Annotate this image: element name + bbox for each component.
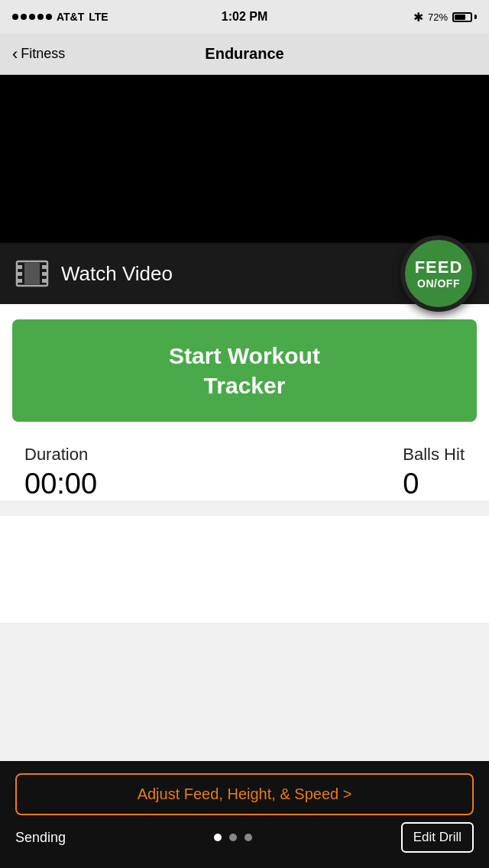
page-dots [214,834,252,841]
balls-hit-label: Balls Hit [403,445,465,465]
signal-dot-2 [21,14,27,20]
back-button[interactable]: ‹ Fitness [12,46,65,63]
balls-hit-stat: Balls Hit 0 [403,445,465,500]
feed-toggle-line2: ON/OFF [417,277,460,290]
adjust-feed-button[interactable]: Adjust Feed, Height, & Speed > [15,773,474,815]
duration-value: 00:00 [24,468,97,500]
signal-dots [12,14,52,20]
video-area [0,75,489,243]
svg-rect-1 [17,265,22,269]
svg-rect-4 [42,265,47,269]
signal-dot-1 [12,14,18,20]
stats-row: Duration 00:00 Balls Hit 0 [12,445,477,500]
status-time: 1:02 PM [222,10,267,24]
battery-tip [474,15,477,19]
film-icon [15,257,49,290]
edit-drill-label: Edit Drill [413,830,461,844]
status-right: ✱ 72% [413,10,477,24]
signal-dot-3 [29,14,35,20]
status-left: AT&T LTE [12,11,108,23]
page-dot-1 [214,834,222,841]
battery-fill [455,15,465,20]
adjust-feed-label: Adjust Feed, Height, & Speed > [138,785,352,802]
back-chevron-icon: ‹ [12,46,18,63]
bottom-bar: Adjust Feed, Height, & Speed > Sending E… [0,761,489,868]
feed-toggle-line1: FEED [415,257,463,277]
feed-toggle-button[interactable]: FEED ON/OFF [400,235,477,312]
duration-stat: Duration 00:00 [24,445,97,500]
svg-rect-2 [17,272,22,276]
page-dot-2 [229,834,237,841]
balls-hit-value: 0 [403,468,465,500]
signal-dot-5 [46,14,52,20]
watch-video-label: Watch Video [61,262,173,286]
battery-icon [452,12,477,22]
carrier-label: AT&T [57,11,84,23]
svg-rect-6 [42,279,47,283]
network-label: LTE [89,11,108,23]
status-bar: AT&T LTE 1:02 PM ✱ 72% [0,0,489,34]
nav-bar: ‹ Fitness Endurance [0,34,489,75]
signal-dot-4 [37,14,44,20]
svg-rect-3 [17,279,22,283]
battery-body [452,12,472,22]
start-workout-label: Start WorkoutTracker [28,341,461,400]
page-title: Endurance [205,45,283,63]
back-label: Fitness [21,46,65,62]
bluetooth-icon: ✱ [413,10,423,24]
page-dot-3 [244,834,252,841]
duration-label: Duration [24,445,97,465]
start-workout-button[interactable]: Start WorkoutTracker [12,319,477,422]
bottom-footer: Sending Edit Drill [15,822,474,853]
content-spacer [0,516,489,623]
main-content: Start WorkoutTracker Duration 00:00 Ball… [0,304,489,500]
battery-percent: 72% [428,11,448,23]
sending-label: Sending [15,830,66,846]
edit-drill-button[interactable]: Edit Drill [401,822,474,853]
svg-rect-7 [24,263,40,284]
svg-rect-5 [42,272,47,276]
watch-video-row: Watch Video FEED ON/OFF [0,243,489,304]
